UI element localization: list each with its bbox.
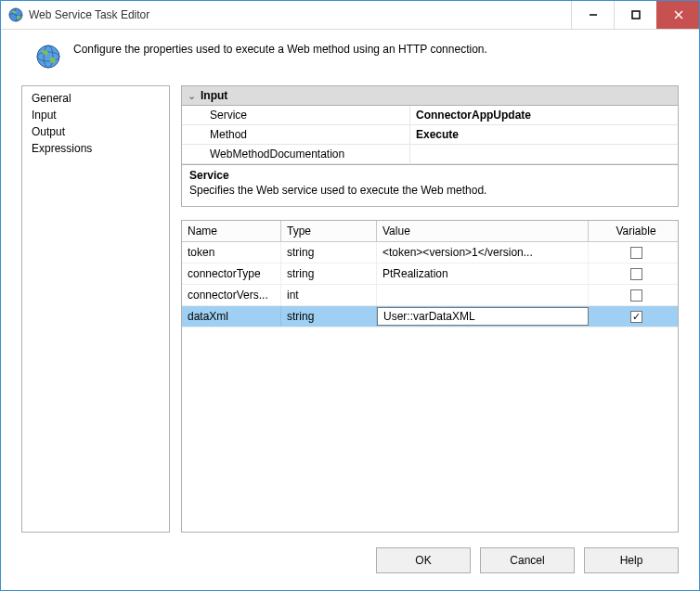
parameters-header: Name Type Value Variable	[182, 221, 678, 242]
parameter-row[interactable]: connectorType string PtRealization	[182, 263, 678, 285]
parameter-row[interactable]: connectorVers... int	[182, 285, 678, 306]
property-category-label: Input	[201, 89, 227, 102]
param-name: token	[182, 242, 281, 263]
param-value-input[interactable]: User::varDataXML	[377, 307, 589, 326]
checkbox[interactable]	[630, 289, 642, 302]
checkbox[interactable]	[630, 247, 642, 259]
param-value[interactable]: PtRealization	[377, 263, 589, 284]
parameters-grid: Name Type Value Variable token string <t…	[181, 220, 679, 533]
property-row-method[interactable]: Method Execute	[182, 125, 678, 145]
property-description-text: Specifies the Web service used to execut…	[189, 184, 670, 197]
param-value[interactable]	[377, 285, 589, 305]
titlebar: Web Service Task Editor	[1, 1, 699, 30]
sidebar-item-input[interactable]: Input	[22, 107, 169, 123]
sidebar-item-output[interactable]: Output	[22, 123, 169, 140]
sidebar: General Input Output Expressions	[21, 85, 170, 533]
parameter-row[interactable]: token string <token><version>1</version.…	[182, 242, 678, 263]
minimize-button[interactable]	[571, 1, 614, 29]
property-name: Service	[182, 106, 410, 124]
property-value[interactable]: Execute	[410, 125, 678, 144]
property-name: Method	[182, 125, 410, 144]
globe-large-icon	[36, 45, 60, 69]
dialog-window: Web Service Task Editor Configure the pr…	[0, 0, 700, 591]
window-title: Web Service Task Editor	[29, 8, 571, 21]
help-button[interactable]: Help	[584, 547, 679, 573]
checkbox-checked[interactable]	[630, 311, 642, 323]
property-description-title: Service	[189, 169, 670, 182]
property-grid: ⌄ Input Service ConnectorAppUpdate Metho…	[181, 85, 679, 165]
param-type: string	[281, 242, 377, 263]
param-type: string	[281, 263, 377, 284]
window-buttons	[571, 1, 699, 29]
param-variable-cell[interactable]	[589, 306, 678, 327]
param-name: connectorVers...	[182, 285, 281, 305]
minimize-icon	[589, 10, 598, 19]
body: General Input Output Expressions ⌄ Input…	[1, 85, 699, 533]
close-button[interactable]	[656, 1, 699, 29]
sidebar-item-general[interactable]: General	[22, 90, 169, 107]
header: Configure the properties used to execute…	[1, 30, 699, 85]
param-value[interactable]: <token><version>1</version...	[377, 242, 589, 263]
param-name: dataXml	[182, 306, 281, 327]
param-name: connectorType	[182, 263, 281, 284]
param-type: string	[281, 306, 377, 327]
footer: OK Cancel Help	[1, 533, 699, 590]
column-header-name[interactable]: Name	[182, 221, 281, 241]
param-variable-cell[interactable]	[589, 242, 678, 263]
property-row-webmethoddoc[interactable]: WebMethodDocumentation	[182, 145, 678, 164]
sidebar-item-expressions[interactable]: Expressions	[22, 140, 169, 157]
column-header-type[interactable]: Type	[281, 221, 377, 241]
maximize-icon	[631, 10, 641, 19]
globe-icon	[8, 7, 23, 22]
header-description: Configure the properties used to execute…	[73, 43, 487, 56]
property-value[interactable]	[410, 145, 678, 163]
param-variable-cell[interactable]	[589, 263, 678, 284]
param-variable-cell[interactable]	[589, 285, 678, 305]
main-panel: ⌄ Input Service ConnectorAppUpdate Metho…	[181, 85, 679, 533]
param-type: int	[281, 285, 377, 305]
property-row-service[interactable]: Service ConnectorAppUpdate	[182, 106, 678, 125]
property-category-row[interactable]: ⌄ Input	[182, 86, 678, 106]
property-description-box: Service Specifies the Web service used t…	[181, 165, 679, 207]
property-name: WebMethodDocumentation	[182, 145, 410, 163]
close-icon	[674, 10, 683, 19]
parameters-panel: Name Type Value Variable token string <t…	[181, 220, 679, 533]
collapse-icon[interactable]: ⌄	[182, 90, 201, 102]
ok-button[interactable]: OK	[376, 547, 471, 573]
parameter-row-selected[interactable]: dataXml string User::varDataXML	[182, 306, 678, 328]
property-value[interactable]: ConnectorAppUpdate	[410, 106, 678, 124]
column-header-value[interactable]: Value	[377, 221, 589, 241]
column-header-variable[interactable]: Variable	[589, 221, 678, 241]
maximize-button[interactable]	[614, 1, 656, 29]
svg-rect-2	[632, 11, 640, 19]
checkbox[interactable]	[630, 268, 642, 280]
svg-point-5	[37, 45, 59, 68]
cancel-button[interactable]: Cancel	[480, 547, 575, 573]
